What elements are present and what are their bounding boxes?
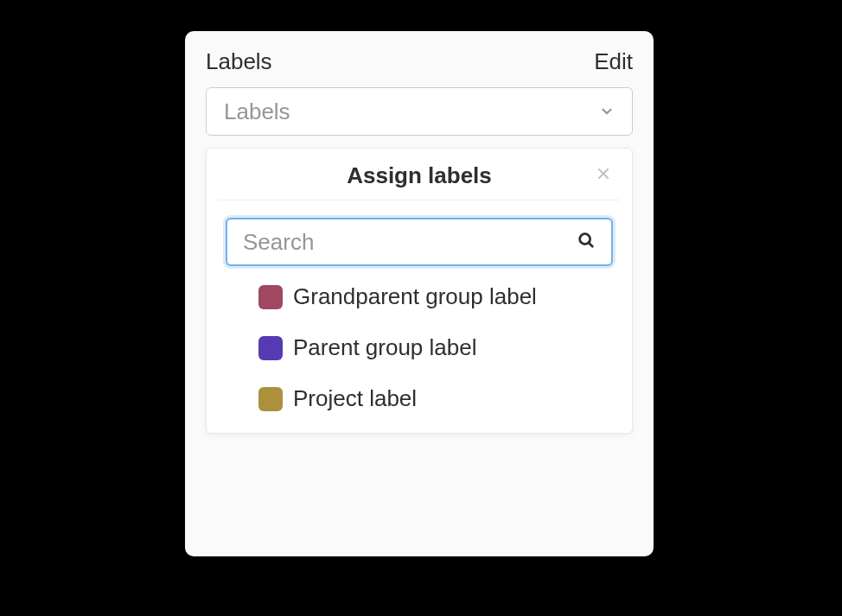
label-item-parent[interactable]: Parent group label: [258, 333, 613, 363]
label-text: Parent group label: [293, 334, 476, 360]
labels-dropdown[interactable]: Labels: [206, 87, 633, 136]
popover-title: Assign labels: [347, 162, 492, 189]
dropdown-placeholder: Labels: [224, 98, 290, 125]
edit-link[interactable]: Edit: [594, 48, 633, 75]
labels-panel: Labels Edit Labels Assign labels Gr: [185, 31, 654, 556]
label-swatch: [258, 336, 283, 360]
assign-labels-popover: Assign labels Grandparent group label Pa…: [206, 148, 633, 434]
search-icon: [577, 231, 596, 253]
label-swatch: [258, 387, 283, 411]
search-input[interactable]: [243, 229, 577, 256]
close-icon[interactable]: [594, 164, 613, 187]
svg-line-1: [589, 243, 592, 246]
search-row: [207, 200, 632, 282]
label-list: Grandparent group label Parent group lab…: [207, 282, 632, 433]
panel-header: Labels Edit: [206, 48, 633, 75]
label-item-grandparent[interactable]: Grandparent group label: [258, 282, 613, 312]
panel-title: Labels: [206, 48, 272, 75]
label-text: Project label: [293, 385, 417, 411]
label-swatch: [258, 285, 283, 309]
label-item-project[interactable]: Project label: [258, 384, 613, 414]
search-container[interactable]: [226, 218, 613, 266]
chevron-down-icon: [599, 104, 615, 119]
label-text: Grandparent group label: [293, 283, 537, 309]
popover-header: Assign labels: [207, 149, 632, 200]
